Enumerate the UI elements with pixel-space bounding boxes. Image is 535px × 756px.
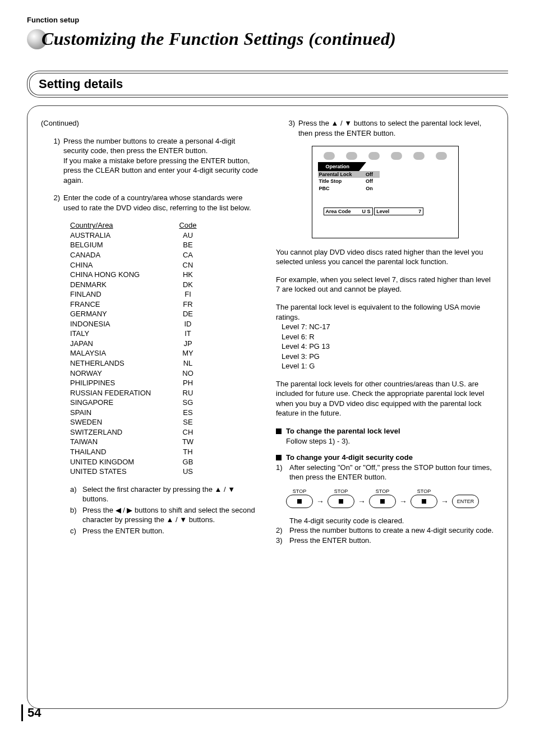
step-3-number: 3) — [276, 118, 298, 138]
change-level-heading: To change the parental lock level — [276, 426, 494, 436]
remote-enter-button: ENTER — [452, 488, 479, 508]
country-code: CN — [171, 260, 205, 270]
osd-tab-icon — [436, 152, 447, 160]
table-row: DENMARKDK — [70, 280, 259, 290]
osd-tab-icon — [324, 152, 335, 160]
osd-tab-icon — [413, 152, 425, 160]
stop-label: STOP — [417, 488, 431, 495]
right-column: 3) Press the ▲ / ▼ buttons to select the… — [276, 118, 494, 546]
stop-label: STOP — [376, 488, 389, 495]
change-code-step-2-num: 2) — [276, 525, 289, 536]
country-name: FRANCE — [70, 299, 171, 310]
country-code: SE — [171, 417, 205, 427]
stop-icon — [339, 499, 343, 504]
level-item: Level 1: G — [282, 361, 494, 371]
square-bullet-icon — [276, 428, 282, 434]
country-name: SWITZERLAND — [70, 427, 171, 437]
table-row: AUSTRALIAAU — [70, 231, 259, 241]
country-name: BELGIUM — [70, 240, 171, 250]
country-name: NETHERLANDS — [70, 358, 171, 368]
content-frame: (Continued) 1) Press the number buttons … — [27, 105, 508, 709]
table-row: JAPANJP — [70, 339, 259, 349]
substep-a-text: Select the first character by pressing t… — [82, 485, 259, 504]
step-3-text: Press the ▲ / ▼ buttons to select the pa… — [298, 118, 494, 138]
country-name: DENMARK — [70, 280, 171, 290]
country-code: SG — [171, 398, 205, 408]
country-name: PHILIPPINES — [70, 378, 171, 388]
country-code: IT — [171, 329, 205, 339]
step-2-text: Enter the code of a country/area whose s… — [63, 193, 259, 213]
level-item: Level 7: NC-17 — [282, 322, 494, 332]
table-row: PHILIPPINESPH — [70, 378, 259, 388]
osd-row-name: PBC — [318, 185, 359, 192]
substep-c-num: c) — [70, 526, 82, 536]
stop-label: STOP — [334, 488, 348, 495]
table-row: SWITZERLANDCH — [70, 427, 259, 437]
table-row: BELGIUMBE — [70, 240, 259, 250]
table-row: MALAYSIAMY — [70, 348, 259, 358]
table-row: NORWAYNO — [70, 368, 259, 379]
change-level-body: Follow steps 1) - 3). — [286, 436, 494, 446]
enter-label: ENTER — [452, 495, 479, 508]
table-row: NETHERLANDSNL — [70, 358, 259, 368]
step-1: 1) Press the number buttons to create a … — [41, 136, 259, 186]
country-code: CA — [171, 250, 205, 260]
remote-stop-button: STOP — [328, 488, 354, 508]
step-2-number: 2) — [41, 193, 63, 213]
country-name: NORWAY — [70, 368, 171, 379]
osd-level-field: Level 7 — [374, 208, 423, 215]
country-code: FR — [171, 299, 205, 310]
change-code-title: To change your 4-digit security code — [286, 453, 413, 463]
on-screen-display-diagram: Operation Parental LockOff Title StopOff… — [312, 146, 459, 238]
setting-details-bar: Setting details — [27, 71, 508, 98]
left-column: (Continued) 1) Press the number buttons … — [41, 118, 259, 546]
country-code: PH — [171, 378, 205, 388]
country-code: FI — [171, 289, 205, 299]
country-name: SPAIN — [70, 408, 171, 418]
title-row: Customizing the Function Settings (conti… — [27, 29, 508, 49]
country-name: THAILAND — [70, 447, 171, 457]
arrow-right-icon: → — [441, 497, 449, 505]
osd-tab-icon — [368, 152, 380, 160]
osd-tab-icon — [391, 152, 402, 160]
country-name: UNITED STATES — [70, 467, 171, 477]
step-3: 3) Press the ▲ / ▼ buttons to select the… — [276, 118, 494, 138]
country-code: JP — [171, 339, 205, 349]
country-name: CANADA — [70, 250, 171, 260]
remote-stop-button: STOP — [369, 488, 396, 508]
table-row: INDONESIAID — [70, 319, 259, 329]
osd-row-parental-lock: Parental LockOff — [318, 171, 380, 178]
table-row: SINGAPORESG — [70, 398, 259, 408]
country-code: AU — [171, 231, 205, 241]
country-code: HK — [171, 270, 205, 280]
cannot-play-paragraph: You cannot play DVD video discs rated hi… — [276, 247, 494, 267]
section-tag: Function setup — [27, 16, 508, 24]
country-name: JAPAN — [70, 339, 171, 349]
substep-a-num: a) — [70, 485, 82, 504]
country-code: US — [171, 467, 205, 477]
stop-icon — [380, 499, 385, 504]
remote-stop-button: STOP — [411, 488, 437, 508]
country-code: NL — [171, 358, 205, 368]
country-name: CHINA — [70, 260, 171, 270]
setting-details-heading: Setting details — [29, 73, 508, 95]
osd-level-label: Level — [376, 208, 389, 215]
continued-label: (Continued) — [41, 118, 259, 128]
change-code-step-1-text: After selecting "On" or "Off," press the… — [289, 463, 494, 482]
stop-button-sequence: STOP → STOP → STOP → STOP → ENTER — [286, 488, 494, 508]
country-code: GB — [171, 457, 205, 467]
table-head-country: Country/Area — [70, 220, 171, 231]
change-level-title: To change the parental lock level — [286, 426, 400, 436]
stop-icon — [297, 499, 302, 504]
table-row: FRANCEFR — [70, 299, 259, 310]
arrow-right-icon: → — [358, 497, 366, 505]
osd-tab-icon — [346, 152, 357, 160]
country-code: CH — [171, 427, 205, 437]
osd-row-value: Off — [359, 171, 380, 178]
country-name: UNITED KINGDOM — [70, 457, 171, 467]
substep-b-num: b) — [70, 505, 82, 525]
change-code-step-2: 2) Press the number buttons to create a … — [276, 525, 494, 536]
country-code: DK — [171, 280, 205, 290]
country-name: AUSTRALIA — [70, 231, 171, 241]
example-paragraph: For example, when you select level 7, di… — [276, 275, 494, 294]
